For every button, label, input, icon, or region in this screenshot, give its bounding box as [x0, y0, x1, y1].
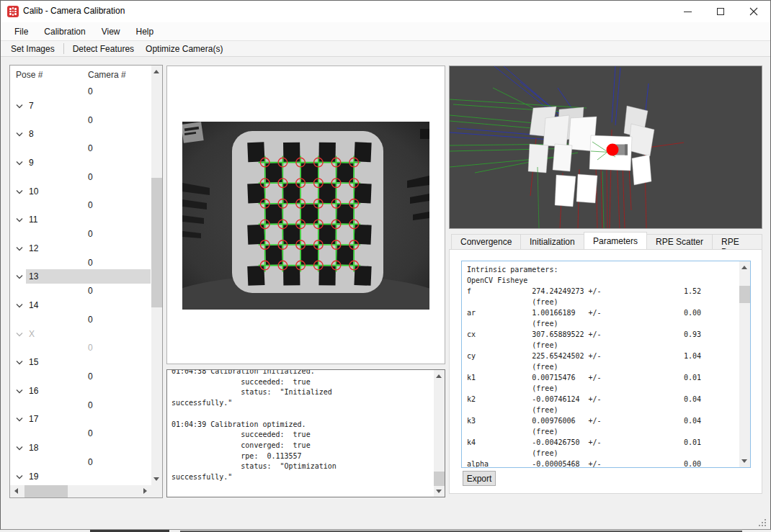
pose-3d-view[interactable] [449, 66, 762, 229]
tree-camera-0[interactable]: 0 [10, 170, 151, 184]
tree-pose-7[interactable]: 7 [10, 99, 151, 113]
tab-convergence[interactable]: Convergence [451, 234, 521, 249]
tab-parameters[interactable]: Parameters [584, 232, 647, 249]
tree-pose-17[interactable]: 17 [10, 412, 151, 426]
tree-camera-0[interactable]: 0 [10, 341, 151, 355]
chevron-down-icon[interactable] [16, 161, 23, 166]
scroll-up-icon[interactable] [436, 374, 442, 378]
pose-label: X [29, 329, 35, 339]
scroll-down-icon[interactable] [153, 477, 159, 481]
camera-label: 0 [88, 200, 93, 210]
parameters-vertical-scrollbar[interactable] [739, 261, 750, 467]
tree-horizontal-scrollbar[interactable] [10, 485, 151, 497]
chevron-down-icon[interactable] [16, 446, 23, 451]
tree-camera-0[interactable]: 0 [10, 426, 151, 441]
scroll-left-icon[interactable] [14, 488, 18, 494]
tree-hscroll-thumb[interactable] [24, 485, 68, 497]
tree-camera-0[interactable]: 0 [10, 256, 151, 270]
pose-label: 8 [29, 129, 34, 139]
toolbar-detect-features[interactable]: Detect Features [67, 42, 140, 56]
tree-pose-19[interactable]: 19 [10, 469, 151, 484]
parameters-box[interactable]: Intrinsic parameters: OpenCV Fisheye f 2… [461, 261, 751, 468]
close-button[interactable] [737, 1, 770, 22]
camera-label: 0 [88, 457, 93, 467]
maximize-button[interactable] [704, 1, 737, 22]
tree-column-camera[interactable]: Camera # [88, 70, 126, 80]
tree-pose-9[interactable]: 9 [10, 155, 151, 170]
tab-rpe-bars[interactable]: RPE Bars [712, 234, 762, 249]
tree-camera-0[interactable]: 0 [10, 398, 151, 412]
menu-help[interactable]: Help [128, 24, 162, 40]
scroll-up-icon[interactable] [153, 70, 159, 73]
chevron-down-icon[interactable] [16, 474, 23, 479]
tree-camera-0[interactable]: 0 [10, 84, 151, 99]
menu-view[interactable]: View [94, 24, 128, 40]
toolbar-set-images[interactable]: Set Images [5, 42, 61, 56]
log-vertical-scrollbar[interactable] [434, 370, 445, 497]
tree-vertical-scrollbar[interactable] [151, 66, 162, 485]
parameters-text: Intrinsic parameters: OpenCV Fisheye f 2… [462, 261, 750, 468]
scroll-up-icon[interactable] [741, 266, 747, 269]
tree-camera-0[interactable]: 0 [10, 312, 151, 327]
menu-file[interactable]: File [6, 24, 36, 40]
chevron-down-icon[interactable] [16, 132, 23, 137]
minimize-button[interactable] [671, 1, 704, 22]
tree-pose-11[interactable]: 11 [10, 212, 151, 227]
tree-camera-0[interactable]: 0 [10, 198, 151, 212]
tree-pose-12[interactable]: 12 [10, 241, 151, 256]
tree-camera-0[interactable]: 0 [10, 369, 151, 384]
window-title: Calib - Camera Calibration [23, 6, 125, 16]
chevron-down-icon[interactable] [16, 246, 23, 251]
pose-label: 13 [29, 271, 38, 281]
tree-pose-15[interactable]: 15 [10, 355, 151, 369]
pose-label: 17 [29, 414, 38, 424]
tree-camera-0[interactable]: 0 [10, 141, 151, 155]
tree-pose-16[interactable]: 16 [10, 384, 151, 398]
chevron-down-icon[interactable] [16, 217, 23, 222]
camera-label: 0 [88, 315, 93, 325]
pose-label: 16 [29, 386, 38, 396]
tree-pose-8[interactable]: 8 [10, 127, 151, 141]
scroll-down-icon[interactable] [436, 490, 442, 493]
title-bar[interactable]: Calib - Camera Calibration [1, 1, 770, 22]
chevron-down-icon[interactable] [16, 303, 23, 308]
pose-label: 9 [29, 158, 34, 168]
scroll-down-icon[interactable] [741, 459, 747, 463]
minimize-icon [684, 12, 692, 12]
calib-window: Calib - Camera Calibration FileCalibrati… [0, 0, 771, 530]
params-vscroll-thumb[interactable] [739, 286, 750, 303]
log-panel[interactable]: 01:04:38 Calibration initialized. succee… [166, 369, 445, 497]
tree-pose-13[interactable]: 13 [10, 269, 151, 284]
chevron-down-icon[interactable] [16, 389, 23, 394]
chevron-down-icon[interactable] [16, 360, 23, 365]
camera-label: 0 [88, 371, 93, 382]
tab-rpe-scatter[interactable]: RPE Scatter [646, 234, 713, 249]
toolbar-optimize-camera-s[interactable]: Optimize Camera(s) [140, 42, 228, 56]
tree-vscroll-thumb[interactable] [151, 178, 162, 307]
tree-pose-10[interactable]: 10 [10, 184, 151, 199]
checkerboard-image[interactable] [182, 122, 429, 310]
tree-pose-x[interactable]: X [10, 327, 151, 341]
tree-header[interactable]: Pose # Camera # [10, 66, 151, 84]
scroll-right-icon[interactable] [143, 488, 147, 494]
chevron-down-icon[interactable] [16, 189, 23, 194]
menu-calibration[interactable]: Calibration [36, 24, 93, 40]
chevron-down-icon[interactable] [16, 104, 23, 109]
tree-camera-0[interactable]: 0 [10, 113, 151, 127]
log-vscroll-thumb[interactable] [434, 472, 445, 486]
resize-grip-icon[interactable] [757, 518, 766, 526]
pose-3d-canvas [450, 66, 762, 228]
chevron-down-icon[interactable] [16, 332, 23, 337]
tree-camera-0[interactable]: 0 [10, 284, 151, 298]
tree-pose-18[interactable]: 18 [10, 441, 151, 455]
tree-camera-0[interactable]: 0 [10, 455, 151, 469]
tree-column-pose[interactable]: Pose # [16, 70, 43, 80]
export-button[interactable]: Export [463, 471, 496, 486]
tree-camera-0[interactable]: 0 [10, 227, 151, 241]
tab-initialization[interactable]: Initialization [520, 234, 584, 249]
chevron-down-icon[interactable] [16, 417, 23, 422]
chevron-down-icon[interactable] [16, 274, 23, 279]
tree-pose-14[interactable]: 14 [10, 298, 151, 312]
pose-label: 15 [29, 357, 38, 367]
pose-tree-panel: 0708090100110120130140X015016017018019 P… [9, 65, 163, 498]
